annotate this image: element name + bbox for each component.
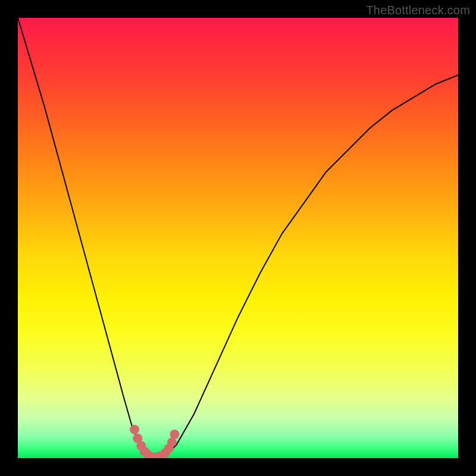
marker-point [130,425,139,434]
watermark-text: TheBottleneck.com [366,4,470,17]
highlighted-markers [130,425,179,458]
bottleneck-curve [18,18,458,458]
plot-area [18,18,458,458]
marker-point [170,430,179,439]
chart-svg [18,18,458,458]
